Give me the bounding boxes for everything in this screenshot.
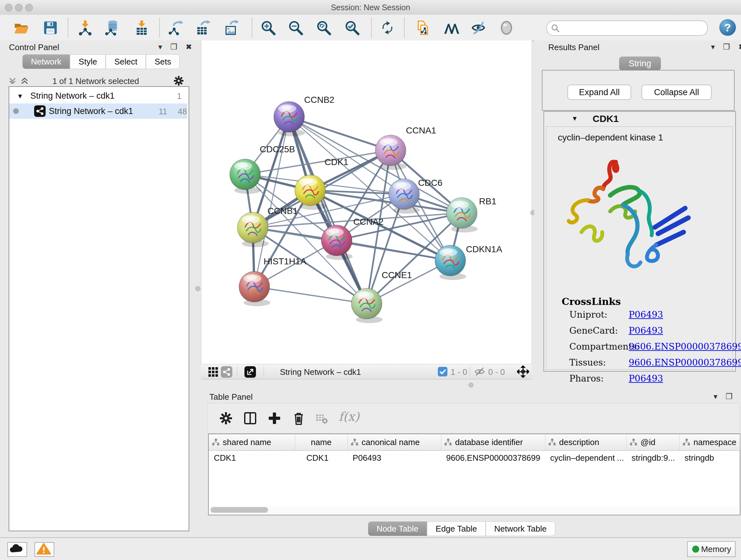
search-box[interactable]	[546, 20, 708, 36]
table-cell[interactable]: P06493	[347, 450, 441, 465]
node-CDC6[interactable]	[389, 179, 420, 213]
panel-menu-icon[interactable]: ▾	[158, 43, 162, 51]
node-CCNA2[interactable]	[321, 225, 353, 260]
node-RB1[interactable]	[447, 198, 478, 233]
edge-CCNA1-CCNE1[interactable]	[367, 150, 391, 304]
selection-checkbox[interactable]	[438, 367, 448, 376]
column-header-canonicalname[interactable]: canonical name	[347, 434, 441, 450]
gear-icon[interactable]	[173, 75, 185, 86]
memory-button[interactable]: Memory	[687, 541, 736, 557]
edge-CCNA2-CDKN1A[interactable]	[337, 240, 450, 260]
first-neighbors-button[interactable]	[443, 20, 459, 36]
network-selected-status: 1 of 1 Network selected	[0, 76, 192, 86]
edge-HIST1H1A-CCNE1[interactable]	[254, 287, 367, 304]
table-cell[interactable]: cyclin–dependent ...	[545, 450, 626, 465]
panel-float-icon[interactable]: ❒	[726, 392, 733, 401]
warning-status-button[interactable]	[35, 542, 54, 557]
node-CDK1[interactable]	[295, 175, 326, 210]
new-network-from-selection-button[interactable]	[415, 20, 431, 36]
export-image-button[interactable]	[224, 20, 240, 36]
crosslink-link[interactable]: P06493	[629, 373, 663, 384]
table-cell-value: P06493	[353, 453, 381, 463]
scrollbar-thumb[interactable]	[211, 507, 268, 513]
zoom-in-button[interactable]	[260, 20, 276, 36]
network-canvas[interactable]: CCNB2CCNA1CDC25BCDK1CDC6CCNB1RB1CCNA2CDK…	[201, 41, 532, 364]
table-cell[interactable]: CDK1	[209, 450, 295, 465]
zoom-fit-button[interactable]	[316, 20, 332, 36]
crosslink-link[interactable]: P06493	[629, 325, 663, 336]
table-cell[interactable]: stringdb:9...	[626, 450, 679, 465]
search-input[interactable]	[563, 22, 702, 34]
show-all-button[interactable]	[498, 20, 515, 36]
crosslink-link[interactable]: P06493	[629, 309, 663, 320]
crosslink-link[interactable]: 9606.ENSP00000378699	[629, 357, 741, 368]
table-cell[interactable]: CDK1	[295, 450, 347, 465]
table-settings-gear-icon[interactable]	[219, 411, 233, 426]
node-CDC25B[interactable]	[230, 159, 261, 194]
tab-node-table[interactable]: Node Table	[368, 521, 427, 536]
network-status-dot	[13, 108, 19, 114]
gene-collapse-icon[interactable]: ▼	[571, 115, 578, 122]
panel-menu-icon[interactable]: ▾	[711, 43, 715, 51]
column-type-icon	[212, 438, 219, 446]
tab-network-table[interactable]: Network Table	[486, 521, 555, 536]
delete-column-trash-icon[interactable]	[291, 411, 306, 426]
node-CCNB1[interactable]	[238, 212, 269, 247]
collapse-all-button[interactable]: Collapse All	[642, 84, 712, 100]
collection-expand-icon[interactable]: ▼	[17, 92, 23, 100]
tab-network[interactable]: Network	[22, 54, 70, 69]
panel-close-icon[interactable]: ✖	[738, 43, 741, 51]
export-network-button[interactable]	[168, 20, 184, 36]
column-header-namespace[interactable]: namespace	[679, 434, 740, 450]
panel-float-icon[interactable]: ❒	[171, 43, 178, 51]
help-button[interactable]: ?	[719, 19, 736, 36]
zoom-selected-button[interactable]	[344, 20, 360, 36]
zoom-out-button[interactable]	[287, 20, 304, 36]
tab-string[interactable]: String	[619, 57, 661, 71]
open-in-window-icon[interactable]	[245, 366, 256, 378]
table-cell[interactable]: stringdb	[679, 450, 740, 465]
cloud-status-button[interactable]	[7, 542, 27, 557]
expand-all-button[interactable]: Expand All	[567, 84, 631, 100]
column-header-label: canonical name	[361, 437, 420, 447]
tab-edge-table[interactable]: Edge Table	[427, 521, 486, 536]
column-header-description[interactable]: description	[545, 434, 627, 450]
node-CDKN1A[interactable]	[435, 245, 466, 280]
pan-crosshair-icon[interactable]	[517, 366, 529, 378]
crosslink-link[interactable]: 9606.ENSP00000378699	[629, 341, 741, 352]
save-session-button[interactable]	[43, 20, 58, 36]
panel-menu-icon[interactable]: ▾	[714, 392, 718, 401]
network-row-selected[interactable]: String Network – cdk1 11 48	[9, 104, 187, 119]
node-HIST1H1A[interactable]	[239, 271, 270, 306]
gene-section-header[interactable]: ▼ CDK1	[544, 112, 735, 126]
show-columns-icon[interactable]	[243, 411, 258, 426]
export-table-button[interactable]	[195, 20, 211, 36]
column-header-databaseidentifier[interactable]: database identifier	[441, 434, 545, 450]
network-edge-count: 48	[178, 107, 187, 117]
import-network-file-button[interactable]	[77, 20, 93, 36]
tab-select[interactable]: Select	[106, 54, 146, 69]
import-table-file-button[interactable]	[134, 20, 150, 36]
node-CCNE1[interactable]	[351, 288, 383, 323]
column-header-id[interactable]: @id	[626, 434, 680, 450]
column-header-name[interactable]: name	[295, 434, 348, 450]
bottom-splitter-handle[interactable]	[468, 382, 474, 388]
tab-sets[interactable]: Sets	[146, 54, 180, 69]
node-CCNA1[interactable]	[375, 135, 407, 170]
network-badge-icon[interactable]	[221, 366, 232, 378]
left-splitter-handle[interactable]	[195, 286, 200, 291]
grid-view-icon[interactable]	[208, 367, 218, 377]
table-horizontal-scrollbar[interactable]	[209, 506, 738, 513]
open-session-button[interactable]	[13, 20, 29, 36]
network-collection-row[interactable]: ▼ String Network – cdk1 1	[9, 88, 187, 104]
add-column-icon[interactable]	[267, 411, 282, 426]
hide-selected-button[interactable]	[470, 20, 486, 36]
panel-close-icon[interactable]: ✖	[186, 43, 192, 51]
panel-float-icon[interactable]: ❒	[723, 43, 730, 51]
tab-style[interactable]: Style	[70, 54, 106, 69]
table-cell[interactable]: 9606.ENSP00000378699	[441, 450, 545, 465]
import-network-database-button[interactable]	[104, 20, 120, 36]
zoom-fit-icon	[316, 20, 332, 36]
apply-layout-button[interactable]	[380, 20, 395, 36]
column-header-sharedname[interactable]: shared name	[209, 434, 295, 450]
